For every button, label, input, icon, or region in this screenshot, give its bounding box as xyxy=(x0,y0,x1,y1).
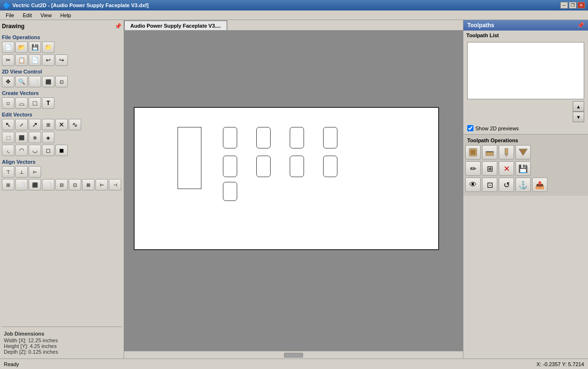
node-edit-button[interactable]: ⤢ xyxy=(15,119,28,130)
menu-view[interactable]: View xyxy=(37,11,56,19)
vcarve-toolpath-button[interactable] xyxy=(515,145,531,159)
drawing-panel-pin[interactable]: 📌 xyxy=(115,23,122,30)
reset-preview-button[interactable]: ↺ xyxy=(499,178,514,192)
job-dims: Job Dimensions Width [X]: 12.25 inches H… xyxy=(2,329,122,357)
scroll-thumb[interactable] xyxy=(284,353,303,358)
align3-button[interactable]: ⬛ xyxy=(29,179,41,190)
edit-toolpath-button[interactable]: ✏ xyxy=(465,161,481,176)
align6-button[interactable]: ⊡ xyxy=(69,179,81,190)
edit-vectors-title: Edit Vectors xyxy=(2,112,122,117)
restore-button[interactable]: ❐ xyxy=(569,2,577,9)
job-height-row: Height [Y]: 4.25 inches xyxy=(4,343,120,349)
zoom-box-button[interactable]: ⬜ xyxy=(29,76,41,87)
pocket-toolpath-button[interactable] xyxy=(465,145,481,159)
edit-vectors-row1: ↖ ⤢ ↗ ⊞ ✕ ∿ xyxy=(2,119,122,130)
align8-button[interactable]: ⊢ xyxy=(95,179,108,190)
menu-help[interactable]: Help xyxy=(56,11,75,19)
align2-button[interactable]: ⬜ xyxy=(15,179,28,190)
show-2d-previews-checkbox[interactable] xyxy=(467,125,473,131)
cutout-r1c4 xyxy=(323,127,337,148)
preview-toolpath-button[interactable]: 👁 xyxy=(465,178,481,192)
title-bar-controls[interactable]: ─ ❐ ✕ xyxy=(560,2,585,9)
align4-button[interactable]: ⬜ xyxy=(42,179,54,190)
cut-button[interactable]: ✂ xyxy=(2,54,14,66)
menu-edit[interactable]: Edit xyxy=(19,11,36,19)
menu-file[interactable]: File xyxy=(2,11,18,19)
svg-rect-1 xyxy=(471,150,475,155)
file-ops-row2: ✂ 📋 📄 ↩ ↪ xyxy=(2,54,122,66)
export-toolpath-button[interactable]: 📤 xyxy=(532,178,547,192)
canvas-scroll-area[interactable] xyxy=(124,31,463,351)
app-logo: 🔷 xyxy=(3,2,10,9)
cutout-r2c2 xyxy=(256,156,271,177)
transform-button[interactable]: ⊞ xyxy=(42,119,54,130)
align-top-button[interactable]: ⊤ xyxy=(2,166,14,178)
minimize-button[interactable]: ─ xyxy=(560,2,568,9)
job-depth-row: Depth [Z]: 0.125 inches xyxy=(4,349,120,355)
align9-button[interactable]: ⊣ xyxy=(109,179,121,190)
arc1-button[interactable]: ◟ xyxy=(2,145,14,156)
new-file-button[interactable]: 📄 xyxy=(2,42,14,53)
zoom-fit-button[interactable]: ⊡ xyxy=(55,76,68,87)
canvas-tab[interactable]: Audio Power Supply Faceplate V3.... xyxy=(124,21,227,30)
align7-button[interactable]: ⊠ xyxy=(82,179,94,190)
ellipse-tool-button[interactable]: ⌓ xyxy=(15,97,28,109)
status-text: Ready xyxy=(4,361,19,367)
toolpaths-panel-pin[interactable]: 📌 xyxy=(577,22,584,29)
paste-button[interactable]: 📄 xyxy=(29,54,41,66)
profile-toolpath-button[interactable] xyxy=(482,145,497,159)
mirror-button[interactable]: ◈ xyxy=(42,132,54,143)
curve-button[interactable]: ∿ xyxy=(69,119,81,130)
canvas-container[interactable] xyxy=(124,31,463,351)
arc3-button[interactable]: ◡ xyxy=(29,145,41,156)
poly-button[interactable]: ◻ xyxy=(42,145,54,156)
toolpath-list-box[interactable] xyxy=(467,42,584,99)
toolpath-grid-button[interactable]: ⊞ xyxy=(482,161,497,176)
delete-toolpath-button[interactable]: ✕ xyxy=(499,161,514,176)
rect-tool-button[interactable]: □ xyxy=(29,97,41,109)
save-file-button[interactable]: 💾 xyxy=(29,42,41,53)
center-button[interactable]: ⊕ xyxy=(29,132,41,143)
undo-button[interactable]: ↩ xyxy=(42,54,54,66)
delete-button[interactable]: ✕ xyxy=(55,119,68,130)
cutout-r1c1 xyxy=(223,127,237,148)
show-2d-previews-label[interactable]: Show 2D previews xyxy=(475,126,519,131)
align1-button[interactable]: ⊞ xyxy=(2,179,14,190)
pan-tool-button[interactable]: ✥ xyxy=(2,76,14,87)
zoom-tool-button[interactable]: 🔍 xyxy=(15,76,28,87)
job-dimensions-section: Job Dimensions Width [X]: 12.25 inches H… xyxy=(2,327,122,357)
align-center-v-button[interactable]: ⊢ xyxy=(29,166,41,178)
horizontal-scrollbar[interactable] xyxy=(124,351,463,358)
scroll-down-button[interactable]: ▼ xyxy=(573,112,584,122)
scroll-up-button[interactable]: ▲ xyxy=(573,101,584,112)
zoom-select-button[interactable]: ⬛ xyxy=(42,76,54,87)
resize-button[interactable]: ⬛ xyxy=(15,132,28,143)
cutout-r3c1 xyxy=(223,182,237,201)
save-as-button[interactable]: 📁 xyxy=(42,42,54,53)
move-button[interactable]: ⬚ xyxy=(2,132,14,143)
open-file-button[interactable]: 📂 xyxy=(15,42,28,53)
file-ops-title: File Operations xyxy=(2,34,122,40)
select-tool-button[interactable]: ↖ xyxy=(2,119,14,130)
align-bottom-button[interactable]: ⊥ xyxy=(15,166,28,178)
arc2-button[interactable]: ◠ xyxy=(15,145,28,156)
job-height-value: 4.25 inches xyxy=(30,343,56,349)
preview-all-button[interactable]: ⊡ xyxy=(482,178,497,192)
select2-button[interactable]: ↗ xyxy=(29,119,41,130)
job-width-value: 12.25 inches xyxy=(28,337,58,343)
close-button[interactable]: ✕ xyxy=(578,2,585,9)
anchor-button[interactable]: ⚓ xyxy=(515,178,531,192)
file-ops-row1: 📄 📂 💾 📁 xyxy=(2,42,122,53)
align5-button[interactable]: ⊟ xyxy=(55,179,68,190)
drawing-area xyxy=(134,107,439,250)
copy-button[interactable]: 📋 xyxy=(15,54,28,66)
main-cutout xyxy=(178,127,201,189)
save-toolpath-button[interactable]: 💾 xyxy=(515,161,531,176)
menu-bar: File Edit View Help xyxy=(0,11,588,20)
poly2-button[interactable]: ◼ xyxy=(55,145,68,156)
svg-marker-6 xyxy=(519,149,527,156)
redo-button[interactable]: ↪ xyxy=(55,54,68,66)
drill-toolpath-button[interactable] xyxy=(499,145,514,159)
circle-tool-button[interactable]: ○ xyxy=(2,97,14,109)
text-tool-button[interactable]: T xyxy=(42,97,54,109)
